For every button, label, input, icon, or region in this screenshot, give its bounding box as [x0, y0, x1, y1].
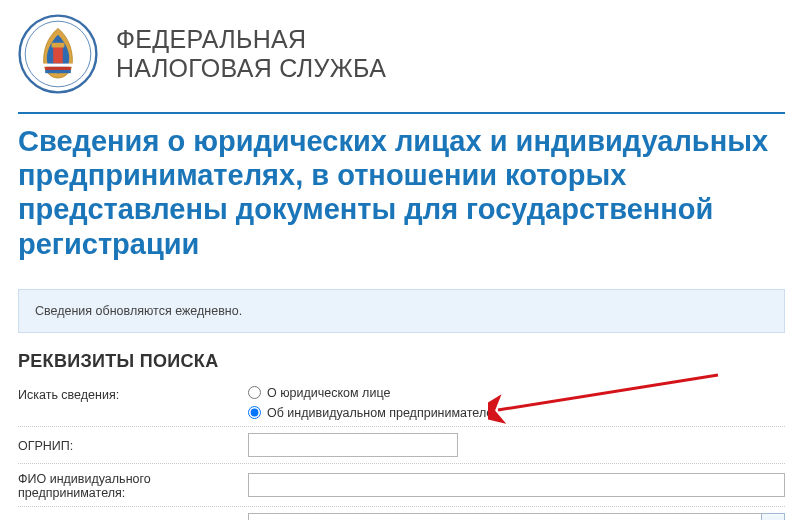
annotation-arrow-icon [488, 372, 728, 424]
org-title-line1: ФЕДЕРАЛЬНАЯ [116, 25, 386, 54]
input-ogrnip[interactable] [248, 433, 458, 457]
org-title-line2: НАЛОГОВАЯ СЛУЖБА [116, 54, 386, 83]
site-header: ФЕДЕРАЛЬНАЯ НАЛОГОВАЯ СЛУЖБА [18, 14, 785, 94]
svg-rect-5 [45, 67, 71, 70]
update-notice: Сведения обновляются ежедневно. [18, 289, 785, 333]
svg-rect-3 [52, 43, 65, 48]
label-search-type: Искать сведения: [18, 386, 248, 402]
radio-individual-label: Об индивидуальном предпринимателе [267, 406, 493, 420]
fns-logo [18, 14, 98, 94]
row-search-type: Искать сведения: О юридическом лице Об и… [18, 384, 785, 427]
search-section-heading: РЕКВИЗИТЫ ПОИСКА [18, 351, 785, 372]
radio-group-entity-type: О юридическом лице Об индивидуальном пре… [248, 386, 493, 420]
label-fio: ФИО индивидуального предпринимателя: [18, 470, 248, 500]
row-fio: ФИО индивидуального предпринимателя: [18, 464, 785, 507]
radio-individual-entrepreneur[interactable]: Об индивидуальном предпринимателе [248, 406, 493, 420]
svg-rect-4 [42, 64, 74, 67]
radio-legal-entity[interactable]: О юридическом лице [248, 386, 493, 400]
row-doc-form: Форма поданного документа: [18, 507, 785, 520]
svg-line-7 [498, 375, 718, 410]
page-title: Сведения о юридических лицах и индивидуа… [18, 124, 785, 261]
header-divider [18, 112, 785, 114]
label-ogrnip: ОГРНИП: [18, 437, 248, 453]
radio-legal-entity-input[interactable] [248, 386, 261, 399]
select-doc-form-display[interactable] [248, 513, 761, 520]
radio-individual-input[interactable] [248, 406, 261, 419]
input-fio[interactable] [248, 473, 785, 497]
svg-rect-2 [53, 46, 63, 64]
row-ogrnip: ОГРНИП: [18, 427, 785, 464]
radio-legal-entity-label: О юридическом лице [267, 386, 390, 400]
org-title: ФЕДЕРАЛЬНАЯ НАЛОГОВАЯ СЛУЖБА [116, 25, 386, 83]
svg-rect-6 [45, 70, 71, 73]
select-doc-form-button[interactable] [761, 513, 785, 520]
